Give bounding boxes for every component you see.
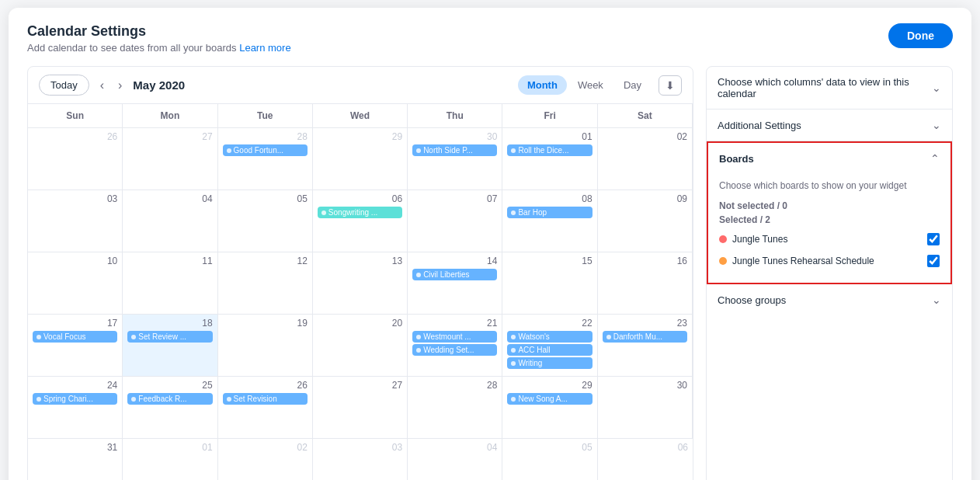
cal-cell-jun1: 01	[123, 439, 217, 480]
cal-cell-jun4: 04	[408, 439, 502, 480]
cal-cell-may23: 23 Danforth Mu...	[598, 315, 693, 377]
event-may1: Roll the Dice...	[507, 144, 592, 156]
boards-section: Boards ⌃ Choose which boards to show on …	[707, 141, 952, 284]
event-may18: Set Review ...	[127, 331, 212, 343]
day-header-sun: Sun	[28, 104, 123, 128]
not-selected-label: Not selected / 0	[719, 200, 940, 211]
cal-cell-may18: 18 Set Review ...	[123, 315, 217, 377]
board-1-color-dot	[719, 235, 727, 243]
page-title: Calendar Settings	[27, 23, 291, 40]
today-button[interactable]: Today	[39, 75, 89, 96]
board-2-checkbox[interactable]	[927, 255, 940, 267]
day-header-wed: Wed	[313, 104, 408, 128]
boards-header[interactable]: Boards ⌃	[708, 143, 950, 174]
cal-cell-may6: 06 Songwriting ...	[313, 190, 408, 252]
cal-cell-may25: 25 Feedback R...	[123, 377, 217, 439]
cal-cell-apr26: 26	[28, 128, 123, 190]
learn-more-link[interactable]: Learn more	[239, 42, 290, 54]
board-item-2-left: Jungle Tunes Rehearsal Schedule	[719, 256, 874, 266]
choose-groups-label: Choose groups	[718, 294, 786, 306]
event-may14: Civil Liberties	[412, 269, 497, 280]
event-apr30: North Side P...	[412, 144, 497, 156]
event-may22c: Writing	[507, 357, 592, 369]
day-header-tue: Tue	[218, 104, 313, 128]
view-tabs: Month Week Day	[518, 75, 651, 95]
calendar-section: Today ‹ › May 2020 Month Week Day ⬇ Sun …	[27, 66, 693, 480]
day-header-thu: Thu	[408, 104, 502, 128]
columns-label: Choose which columns' data to view in th…	[718, 76, 932, 99]
cal-cell-may11: 11	[123, 252, 217, 315]
cal-cell-may22: 22 Watson's ACC Hall Writing	[502, 315, 597, 377]
cal-cell-jun2: 02	[218, 439, 313, 480]
day-header-mon: Mon	[123, 104, 217, 128]
main-content: Today ‹ › May 2020 Month Week Day ⬇ Sun …	[27, 66, 953, 480]
cal-cell-may30: 30	[598, 377, 693, 439]
cal-cell-may1: 01 Roll the Dice...	[502, 128, 597, 190]
cal-cell-may13: 13	[313, 252, 408, 315]
event-may23: Danforth Mu...	[603, 331, 687, 343]
board-item-2: Jungle Tunes Rehearsal Schedule	[719, 250, 940, 272]
event-may24: Spring Chari...	[33, 393, 117, 405]
selected-label: Selected / 2	[719, 214, 940, 225]
additional-settings-row[interactable]: Additional Settings ⌄	[707, 110, 952, 141]
boards-chevron-icon: ⌃	[930, 152, 940, 165]
day-header-fri: Fri	[502, 104, 597, 128]
cal-cell-may24: 24 Spring Chari...	[28, 377, 123, 439]
cal-cell-may28: 28	[408, 377, 502, 439]
cal-cell-apr27: 27	[123, 128, 217, 190]
board-1-checkbox[interactable]	[927, 233, 940, 245]
cal-cell-may19: 19	[218, 315, 313, 377]
event-may6: Songwriting ...	[318, 207, 402, 218]
cal-cell-may26: 26 Set Revision	[218, 377, 313, 439]
cal-cell-jun5: 05	[502, 439, 597, 480]
event-may22b: ACC Hall	[507, 344, 592, 356]
cal-cell-may10: 10	[28, 252, 123, 315]
event-apr28: Good Fortun...	[223, 144, 308, 156]
page-subtitle: Add calendar to see dates from all your …	[27, 42, 291, 54]
choose-groups-row[interactable]: Choose groups ⌄	[707, 284, 952, 315]
done-button[interactable]: Done	[888, 23, 953, 48]
event-may21a: Westmount ...	[412, 331, 497, 343]
cal-cell-may15: 15	[502, 252, 597, 315]
tab-week[interactable]: Week	[568, 75, 613, 95]
columns-row[interactable]: Choose which columns' data to view in th…	[707, 67, 952, 110]
next-month-button[interactable]: ›	[115, 77, 125, 94]
event-may25: Feedback R...	[127, 393, 212, 405]
board-item-1: Jungle Tunes	[719, 228, 940, 250]
cal-cell-may3: 03	[28, 190, 123, 252]
cal-cell-jun6: 06	[598, 439, 693, 480]
columns-chevron-icon: ⌄	[932, 82, 941, 94]
cal-cell-apr30: 30 North Side P...	[408, 128, 502, 190]
choose-groups-chevron-icon: ⌄	[932, 294, 941, 306]
header: Calendar Settings Add calendar to see da…	[27, 23, 953, 54]
board-2-color-dot	[719, 257, 727, 265]
event-may22a: Watson's	[507, 331, 592, 343]
additional-settings-chevron-icon: ⌄	[932, 119, 941, 131]
calendar-grid: Sun Mon Tue Wed Thu Fri Sat 26 27 28 Goo…	[28, 104, 693, 480]
tab-day[interactable]: Day	[614, 75, 651, 95]
boards-label: Boards	[719, 153, 754, 165]
cal-cell-may4: 04	[123, 190, 217, 252]
cal-cell-may31: 31	[28, 439, 123, 480]
cal-cell-may8: 08 Bar Hop	[502, 190, 597, 252]
cal-cell-may27: 27	[313, 377, 408, 439]
board-1-name: Jungle Tunes	[732, 234, 787, 245]
event-may21b: Wedding Set...	[412, 344, 497, 356]
header-left: Calendar Settings Add calendar to see da…	[27, 23, 291, 54]
cal-cell-may17: 17 Vocal Focus	[28, 315, 123, 377]
boards-body: Choose which boards to show on your widg…	[708, 174, 950, 283]
cal-cell-apr29: 29	[313, 128, 408, 190]
additional-settings-label: Additional Settings	[718, 120, 801, 131]
event-may26: Set Revision	[223, 393, 308, 405]
board-item-1-left: Jungle Tunes	[719, 234, 787, 245]
prev-month-button[interactable]: ‹	[97, 77, 107, 94]
cal-cell-may16: 16	[598, 252, 693, 315]
cal-cell-may21: 21 Westmount ... Wedding Set...	[408, 315, 502, 377]
calendar-settings-icon-button[interactable]: ⬇	[659, 75, 682, 96]
right-panel: Choose which columns' data to view in th…	[706, 66, 953, 480]
day-header-sat: Sat	[598, 104, 693, 128]
tab-month[interactable]: Month	[518, 75, 567, 95]
cal-cell-may12: 12	[218, 252, 313, 315]
event-may8: Bar Hop	[507, 207, 592, 218]
cal-cell-may14: 14 Civil Liberties	[408, 252, 502, 315]
